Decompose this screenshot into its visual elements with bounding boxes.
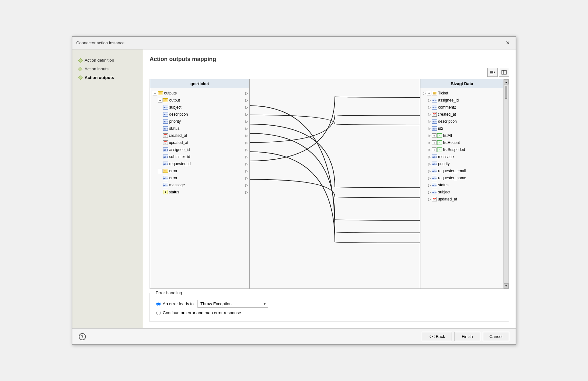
expand-icon[interactable]: +: [427, 91, 431, 95]
arrow-left: ▷: [428, 183, 431, 187]
abc-icon: abc: [432, 169, 437, 173]
abc-icon: abc: [432, 155, 437, 159]
tree-item-r-listsuspeded[interactable]: ▷ + ≡ listSuspeded: [420, 146, 503, 153]
sidebar-item-action-definition[interactable]: Action definition: [78, 56, 138, 65]
mapping-container: get-ticket − 📁 outputs ▷ −: [150, 79, 509, 289]
folder-icon: 📁: [163, 98, 168, 102]
tree-item-r-assignee-id: ▷ abc assignee_id: [420, 97, 503, 104]
vertical-scrollbar[interactable]: ▲ ▼: [503, 79, 509, 288]
error-handling-section: Error handling An error leads to Throw E…: [150, 293, 509, 322]
tree-label: requester_email: [438, 169, 466, 173]
abc-icon: abc: [432, 126, 437, 131]
scroll-thumb[interactable]: [505, 86, 507, 99]
tree-item-status: abc status ▷: [150, 125, 249, 132]
error-radio-2[interactable]: [156, 311, 161, 315]
arrow-left: ▷: [428, 141, 431, 145]
expand-icon[interactable]: +: [432, 140, 436, 145]
tree-label: comment2: [438, 105, 456, 110]
close-button[interactable]: ✕: [504, 39, 512, 47]
arrow-right: ▷: [245, 183, 248, 187]
right-panel-content: ▷ + 🎫 Ticket ▷ abc assignee_id: [420, 88, 503, 288]
arrow-right: ▷: [245, 155, 248, 159]
dialog-body: Action definition Action inputs Action o…: [72, 49, 516, 328]
error-option-1[interactable]: An error leads to: [156, 301, 194, 306]
back-button[interactable]: < < Back: [422, 332, 452, 341]
scroll-up-button[interactable]: ▲: [504, 79, 509, 84]
tree-label: message: [438, 155, 454, 159]
tree-label: updated_at: [438, 197, 457, 201]
dialog-footer: ? < < Back Finish Cancel: [72, 328, 516, 344]
expand-icon[interactable]: −: [153, 91, 157, 95]
tree-label: message: [169, 183, 185, 187]
tree-label: updated_at: [169, 140, 188, 145]
tree-item-r-listrecent[interactable]: ▷ + ≡ listRecent: [420, 139, 503, 146]
tree-label: subject: [169, 105, 181, 110]
sidebar-item-action-inputs[interactable]: Action inputs: [78, 65, 138, 73]
expand-icon[interactable]: +: [432, 133, 436, 138]
arrow-left: ▷: [428, 155, 431, 159]
tree-item-requester-id: abc requester_id ▷: [150, 160, 249, 167]
arrow-right: ▷: [245, 120, 248, 124]
num-icon: 1: [163, 190, 168, 194]
map-fields-button[interactable]: [487, 68, 498, 77]
tree-item-error-error: abc error ▷: [150, 174, 249, 182]
arrow-left: ▷: [428, 190, 431, 194]
tree-item-output[interactable]: − 📁 output ▷: [150, 97, 249, 104]
cancel-button[interactable]: Cancel: [483, 332, 509, 341]
arrow-right: ▷: [245, 148, 248, 152]
help-button[interactable]: ?: [79, 333, 86, 340]
footer-buttons: < < Back Finish Cancel: [422, 332, 509, 341]
arrow-left: ▷: [428, 148, 431, 152]
error-option-2[interactable]: Continue on error and map error response: [156, 310, 241, 315]
sidebar-item-action-outputs[interactable]: Action outputs: [78, 73, 138, 82]
scroll-down-button[interactable]: ▼: [504, 283, 509, 288]
list-icon: ≡: [437, 140, 442, 145]
arrow-left: ▷: [428, 127, 431, 131]
sidebar: Action definition Action inputs Action o…: [72, 49, 143, 328]
abc-icon: abc: [163, 155, 168, 159]
svg-marker-3: [494, 71, 495, 74]
abc-icon: abc: [163, 176, 168, 180]
sidebar-item-label: Action outputs: [85, 75, 114, 80]
error-dropdown[interactable]: Throw Exception Continue on error: [198, 300, 268, 308]
expand-icon[interactable]: +: [432, 147, 436, 152]
tree-item-r-description: ▷ abc description: [420, 118, 503, 125]
abc-icon: abc: [163, 162, 168, 166]
view-button[interactable]: [499, 68, 509, 77]
tree-item-subject: abc subject ▷: [150, 104, 249, 111]
tree-item-r-status: ▷ abc status: [420, 182, 503, 189]
tree-label: submitter_id: [169, 155, 190, 159]
tree-item-ticket[interactable]: ▷ + 🎫 Ticket: [420, 90, 503, 97]
tree-item-r-comment2: ▷ abc comment2: [420, 104, 503, 111]
abc-icon: abc: [163, 112, 168, 117]
tree-label: status: [169, 190, 179, 194]
abc-icon: abc: [432, 162, 437, 166]
expand-icon[interactable]: −: [158, 98, 162, 102]
tree-label: listAll: [443, 133, 452, 138]
error-row-1: An error leads to Throw Exception Contin…: [156, 300, 502, 308]
mapping-area: get-ticket − 📁 outputs ▷ −: [150, 79, 509, 289]
dialog-title: Connector action instance: [76, 40, 124, 45]
tree-item-r-listall[interactable]: ▷ + ≡ listAll: [420, 132, 503, 139]
svg-rect-4: [502, 70, 506, 74]
tree-item-error-group[interactable]: − 📁 error ▷: [150, 167, 249, 174]
left-panel: get-ticket − 📁 outputs ▷ −: [150, 79, 250, 288]
arrow-right: ▷: [245, 134, 248, 138]
error-option-1-label: An error leads to: [163, 301, 194, 306]
diamond-icon: [78, 66, 83, 71]
arrow-right: ▷: [245, 169, 248, 173]
tree-label: priority: [169, 119, 181, 124]
abc-icon: abc: [432, 190, 437, 194]
tree-label: status: [438, 183, 448, 187]
tree-label: priority: [438, 162, 450, 166]
left-panel-content: − 📁 outputs ▷ − 📁 output ▷: [150, 88, 249, 288]
tree-item-r-id2: ▷ abc id2: [420, 125, 503, 132]
expand-icon[interactable]: −: [158, 169, 162, 173]
abc-icon: abc: [163, 183, 168, 187]
tree-label: listRecent: [443, 140, 460, 145]
error-radio-1[interactable]: [156, 302, 161, 306]
finish-button[interactable]: Finish: [455, 332, 480, 341]
folder-icon: 📁: [163, 169, 168, 173]
tree-item-updated-at: 📅 updated_at ▷: [150, 139, 249, 146]
tree-item-outputs[interactable]: − 📁 outputs ▷: [150, 90, 249, 97]
